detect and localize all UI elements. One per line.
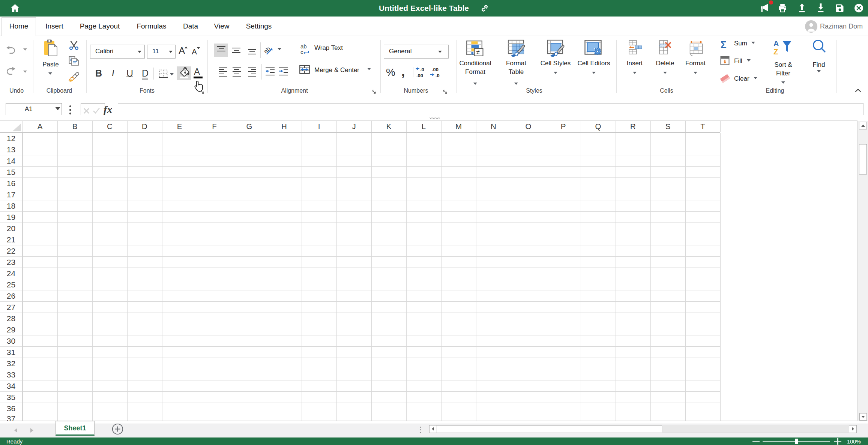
svg-text:.00: .00 bbox=[416, 73, 423, 78]
svg-text:Z: Z bbox=[773, 48, 778, 56]
svg-text:c: c bbox=[300, 49, 303, 55]
svg-text:A: A bbox=[773, 39, 779, 48]
svg-text:.0: .0 bbox=[436, 73, 440, 78]
svg-text:.0: .0 bbox=[420, 67, 424, 72]
svg-text:≠: ≠ bbox=[476, 49, 480, 56]
svg-text:.00: .00 bbox=[432, 67, 439, 72]
